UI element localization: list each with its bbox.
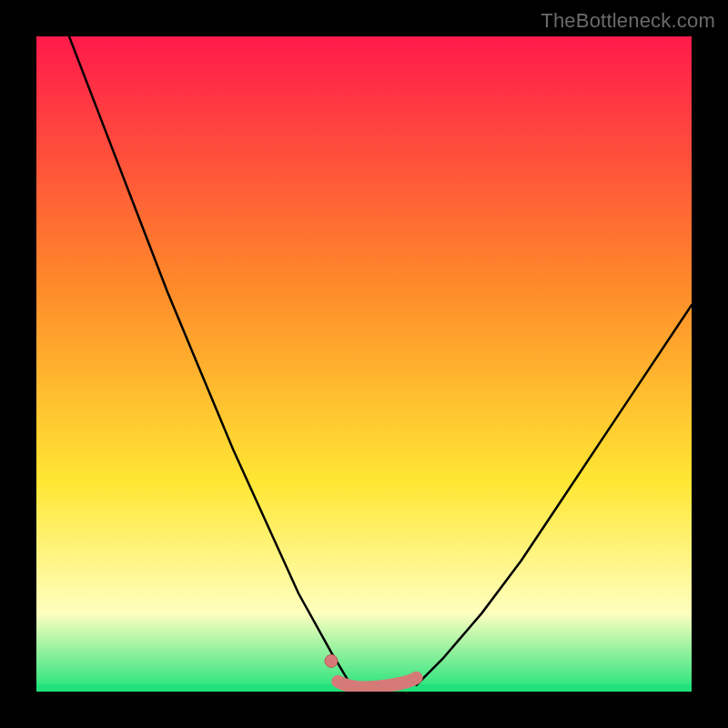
plot-area [36,36,692,692]
chart-frame: TheBottleneck.com [0,0,728,728]
watermark-text: TheBottleneck.com [541,9,715,33]
bottleneck-chart [36,36,692,692]
optimal-point-marker [325,654,338,667]
gradient-background [36,36,692,692]
